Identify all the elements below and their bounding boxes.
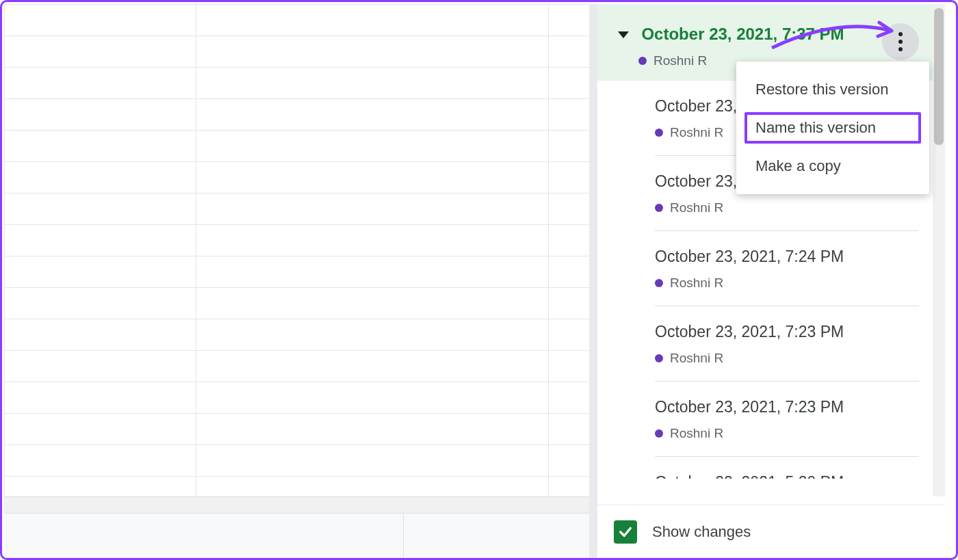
- editor-color-dot: [655, 429, 663, 438]
- editor-name: Roshni R: [670, 276, 723, 291]
- menu-name-version[interactable]: Name this version: [743, 111, 922, 145]
- editor-name: Roshni R: [653, 53, 707, 68]
- more-vertical-icon: [898, 32, 903, 36]
- version-timestamp: October 23, 2021, 7:24 PM: [655, 248, 919, 266]
- menu-restore[interactable]: Restore this version: [736, 71, 929, 108]
- version-item[interactable]: October 23, 2021, 7:24 PM Roshni R: [655, 231, 919, 306]
- version-current-timestamp: October 23, 2021, 7:37 PM: [641, 25, 844, 43]
- editor-color-dot: [655, 354, 663, 362]
- version-editor: Roshni R: [655, 276, 919, 291]
- editor-name: Roshni R: [670, 125, 723, 140]
- version-timestamp: October 23, 2021, 7:23 PM: [655, 323, 919, 341]
- show-changes-label: Show changes: [652, 523, 751, 541]
- sheet-tab-bar[interactable]: [4, 513, 589, 558]
- panel-scrollbar[interactable]: [933, 4, 945, 496]
- version-timestamp: October 22, 2021, 5:20 PM: [655, 473, 919, 479]
- version-item[interactable]: October 23, 2021, 7:23 PM Roshni R: [655, 382, 919, 457]
- version-editor: Roshni R: [655, 351, 919, 366]
- version-item[interactable]: October 22, 2021, 5:20 PM: [655, 457, 919, 479]
- editor-color-dot: [655, 279, 663, 287]
- spreadsheet-area: [4, 4, 589, 496]
- editor-name: Roshni R: [670, 426, 723, 441]
- version-timestamp: October 23, 2021, 7:23 PM: [655, 398, 919, 416]
- version-editor: Roshni R: [655, 200, 919, 215]
- app-frame: October 23, 2021, 7:37 PM Roshni R Octob…: [0, 0, 958, 560]
- tab-divider: [403, 514, 404, 558]
- editor-color-dot: [638, 57, 647, 65]
- spreadsheet-grid[interactable]: [4, 4, 590, 508]
- show-changes-checkbox[interactable]: [614, 520, 637, 544]
- scrollbar-thumb[interactable]: [934, 8, 944, 145]
- caret-down-icon[interactable]: [618, 31, 629, 38]
- editor-name: Roshni R: [670, 351, 723, 366]
- editor-name: Roshni R: [670, 200, 723, 215]
- more-options-button[interactable]: [882, 23, 919, 60]
- check-icon: [618, 524, 633, 539]
- editor-color-dot: [655, 129, 663, 137]
- horizontal-scrollbar[interactable]: [4, 496, 589, 513]
- version-item[interactable]: October 23, 2021, 7:23 PM Roshni R: [655, 306, 919, 382]
- show-changes-bar: Show changes: [597, 505, 945, 558]
- version-actions-menu: Restore this version Name this version M…: [736, 62, 929, 194]
- panel-gutter: [589, 4, 597, 559]
- editor-color-dot: [655, 204, 663, 212]
- version-editor: Roshni R: [655, 426, 919, 441]
- menu-make-copy[interactable]: Make a copy: [736, 148, 929, 185]
